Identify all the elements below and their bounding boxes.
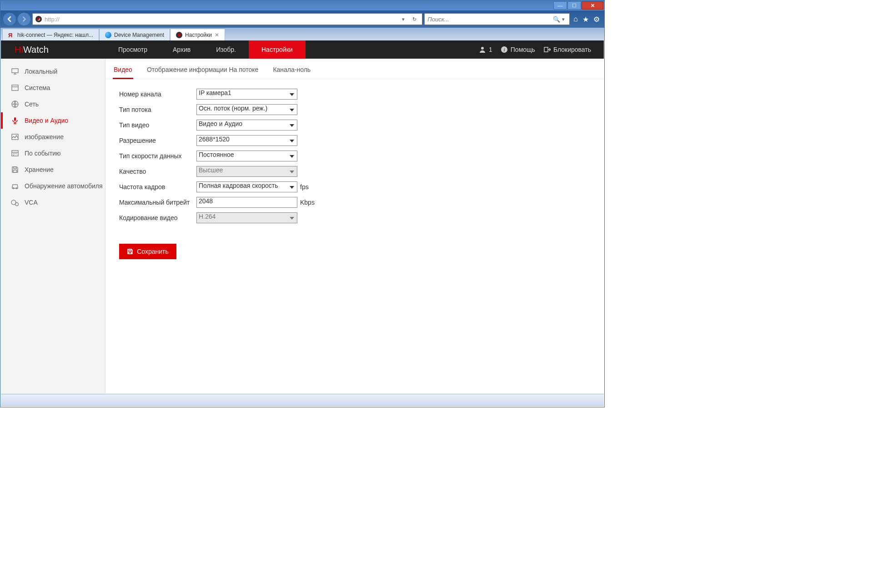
browser-nav-bar: http:// ▾ ↻ 🔍 ▾ ⌂ ★ ⚙: [0, 10, 604, 28]
browser-tab[interactable]: Device Management: [99, 29, 170, 40]
max-bitrate-input[interactable]: 2048: [196, 197, 297, 208]
framerate-suffix: fps: [300, 183, 309, 191]
sidebar-item-label: Видео и Аудио: [25, 117, 68, 124]
sidebar-item-network[interactable]: Сеть: [1, 96, 105, 112]
logo-watch: Watch: [23, 45, 49, 55]
vca-icon: [11, 198, 19, 206]
form-row-channel: Номер канала IP камера1: [119, 86, 597, 102]
help-link[interactable]: i Помощь: [501, 46, 535, 53]
sidebar-item-image[interactable]: изображение: [1, 129, 105, 145]
tab-label: Device Management: [114, 32, 164, 38]
window-maximize-button[interactable]: [567, 1, 581, 10]
lock-link[interactable]: Блокировать: [543, 46, 591, 53]
bitrate-type-select[interactable]: Постоянное: [196, 151, 297, 161]
max-bitrate-label: Максимальный битрейт: [119, 199, 196, 206]
channel-select[interactable]: IP камера1: [196, 89, 297, 100]
save-button[interactable]: Сохранить: [119, 244, 176, 259]
search-input[interactable]: [427, 16, 553, 23]
browser-window: http:// ▾ ↻ 🔍 ▾ ⌂ ★ ⚙ Я hik-connect — Ян…: [0, 0, 605, 407]
video-type-select[interactable]: Видео и Аудио: [196, 120, 297, 131]
sidebar-item-vehicle[interactable]: Обнаружение автомобиля: [1, 178, 105, 194]
sidebar-item-label: Локальный: [25, 68, 57, 75]
site-favicon-icon: [35, 16, 42, 22]
sidebar-item-label: Сеть: [25, 101, 39, 108]
sidebar-item-local[interactable]: Локальный: [1, 63, 105, 80]
resolution-select[interactable]: 2688*1520: [196, 135, 297, 146]
sidebar-item-label: изображение: [25, 133, 64, 141]
svg-point-0: [481, 47, 484, 50]
home-icon[interactable]: ⌂: [573, 15, 578, 24]
sub-tab-bar: Видео Отображение информации На потоке К…: [105, 63, 604, 79]
tab-label: hik-connect — Яндекс: нашл...: [17, 32, 93, 38]
yandex-favicon-icon: Я: [8, 32, 15, 38]
resolution-label: Разрешение: [119, 137, 196, 144]
window-close-button[interactable]: [582, 1, 603, 10]
nav-live-view[interactable]: Просмотр: [105, 40, 160, 59]
sidebar: Локальный Система Сеть Видео и Аудио изо…: [1, 59, 105, 393]
tab-close-icon[interactable]: ✕: [215, 32, 219, 38]
svg-text:i: i: [503, 47, 505, 52]
svg-rect-11: [14, 167, 16, 169]
app-header: HiWatch Просмотр Архив Изобр. Настройки …: [1, 40, 604, 59]
nav-settings[interactable]: Настройки: [249, 40, 306, 59]
stream-type-label: Тип потока: [119, 106, 196, 113]
sidebar-item-event[interactable]: По событию: [1, 145, 105, 161]
sidebar-item-video-audio[interactable]: Видео и Аудио: [1, 112, 105, 129]
forward-button[interactable]: [18, 13, 30, 25]
sidebar-item-label: VCA: [25, 199, 38, 206]
svg-point-15: [15, 203, 19, 206]
form-row-stream-type: Тип потока Осн. поток (норм. реж.): [119, 102, 597, 117]
sidebar-item-label: Хранение: [25, 166, 54, 173]
header-right: 1 i Помощь Блокировать: [479, 46, 604, 53]
browser-tab-active[interactable]: Настройки ✕: [170, 29, 225, 40]
window-title-bar: [0, 0, 604, 10]
sidebar-item-storage[interactable]: Хранение: [1, 161, 105, 178]
refresh-button[interactable]: ↻: [409, 16, 419, 22]
quality-select: Высшее: [196, 166, 297, 177]
lock-label: Блокировать: [553, 46, 591, 53]
stream-type-select[interactable]: Осн. поток (норм. реж.): [196, 104, 297, 115]
system-icon: [11, 84, 19, 92]
svg-rect-5: [12, 85, 18, 90]
sidebar-item-label: По событию: [25, 150, 61, 157]
search-dropdown-icon[interactable]: ▾: [560, 16, 567, 22]
save-disk-icon: [127, 248, 133, 255]
app-body: Локальный Система Сеть Видео и Аудио изо…: [1, 59, 604, 393]
window-minimize-button[interactable]: [553, 1, 567, 10]
form-row-resolution: Разрешение 2688*1520: [119, 133, 597, 148]
address-dropdown-icon[interactable]: ▾: [400, 16, 406, 22]
svg-rect-3: [544, 47, 548, 52]
search-icon[interactable]: 🔍: [553, 16, 560, 23]
sub-tab-video[interactable]: Видео: [113, 63, 133, 79]
svg-rect-16: [129, 252, 131, 254]
framerate-label: Частота кадров: [119, 183, 196, 191]
form-row-encoding: Кодирование видео H.264: [119, 210, 597, 226]
svg-rect-10: [13, 170, 17, 172]
browser-tab[interactable]: Я hik-connect — Яндекс: нашл...: [2, 29, 99, 40]
tools-icon[interactable]: ⚙: [593, 15, 600, 24]
car-icon: [11, 182, 19, 190]
sidebar-item-system[interactable]: Система: [1, 80, 105, 96]
hiwatch-app: HiWatch Просмотр Архив Изобр. Настройки …: [1, 40, 604, 393]
app-logo: HiWatch: [1, 45, 105, 55]
sidebar-item-label: Система: [25, 84, 50, 91]
sidebar-item-vca[interactable]: VCA: [1, 194, 105, 211]
framerate-select[interactable]: Полная кадровая скорость: [196, 181, 297, 192]
video-type-label: Тип видео: [119, 121, 196, 129]
video-settings-form: Номер канала IP камера1 Тип потока Осн. …: [105, 79, 604, 259]
user-info[interactable]: 1: [479, 46, 492, 53]
back-button[interactable]: [3, 13, 16, 25]
hiwatch-favicon-icon: [176, 32, 182, 38]
address-bar[interactable]: http:// ▾ ↻: [32, 13, 422, 25]
nav-picture[interactable]: Изобр.: [203, 40, 249, 59]
bitrate-type-label: Тип скорости данных: [119, 152, 196, 160]
browser-status-bar: [1, 394, 604, 407]
save-button-label: Сохранить: [137, 248, 169, 255]
search-bar[interactable]: 🔍 ▾: [424, 13, 570, 25]
sub-tab-osd[interactable]: Отображение информации На потоке: [146, 63, 259, 79]
favorites-icon[interactable]: ★: [582, 15, 589, 24]
sub-tab-zero-channel[interactable]: Канала-ноль: [272, 63, 311, 79]
nav-playback[interactable]: Архив: [160, 40, 203, 59]
save-icon: [11, 166, 19, 174]
image-icon: [11, 133, 19, 141]
